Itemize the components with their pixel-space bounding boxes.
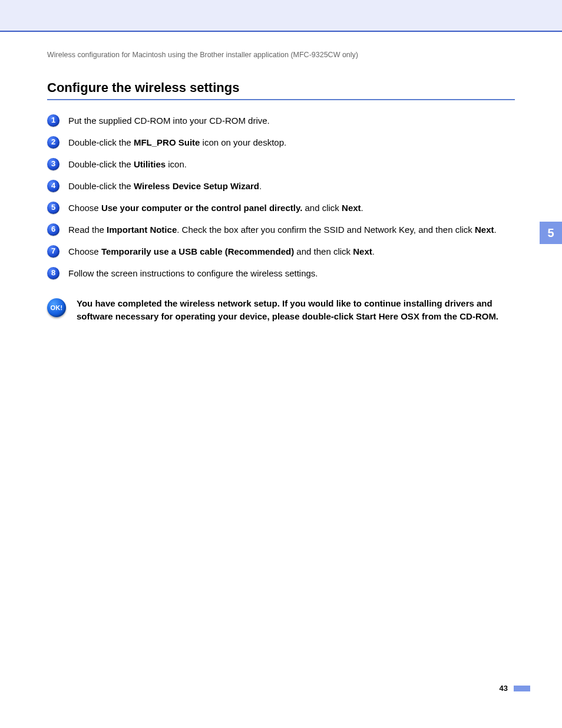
ok-badge-icon: OK! xyxy=(47,298,66,317)
chapter-tab: 5 xyxy=(540,222,562,244)
breadcrumb: Wireless configuration for Macintosh usi… xyxy=(47,51,515,59)
section-title: Configure the wireless settings xyxy=(47,80,515,100)
step-item: 8Follow the screen instructions to confi… xyxy=(47,267,515,279)
step-text: Put the supplied CD-ROM into your CD-ROM… xyxy=(68,116,270,126)
step-number-icon: 1 xyxy=(47,114,59,127)
step-number-icon: 6 xyxy=(47,223,59,236)
ok-badge-label: OK! xyxy=(50,304,62,311)
step-item: 2Double-click the MFL_PRO Suite icon on … xyxy=(47,136,515,149)
step-text: Double-click the Utilities icon. xyxy=(68,159,187,169)
step-text: Double-click the MFL_PRO Suite icon on y… xyxy=(68,137,286,147)
step-number-icon: 3 xyxy=(47,158,59,170)
page-footer: 43 xyxy=(500,684,530,693)
page-number: 43 xyxy=(500,684,508,693)
step-text: Double-click the Wireless Device Setup W… xyxy=(68,181,262,191)
header-bar xyxy=(0,0,562,32)
step-text: Follow the screen instructions to config… xyxy=(68,268,318,278)
steps-list: 1Put the supplied CD-ROM into your CD-RO… xyxy=(47,114,515,279)
step-text: Read the Important Notice. Check the box… xyxy=(68,225,497,235)
step-number-icon: 2 xyxy=(47,136,59,149)
step-item: 1Put the supplied CD-ROM into your CD-RO… xyxy=(47,114,515,127)
step-number-icon: 4 xyxy=(47,180,59,192)
step-item: 5Choose Use your computer or the control… xyxy=(47,202,515,214)
step-item: 4Double-click the Wireless Device Setup … xyxy=(47,180,515,192)
step-item: 7Choose Temporarily use a USB cable (Rec… xyxy=(47,245,515,258)
completion-note: OK! You have completed the wireless netw… xyxy=(47,297,515,323)
step-number-icon: 8 xyxy=(47,267,59,279)
completion-text: You have completed the wireless network … xyxy=(77,297,515,323)
step-number-icon: 5 xyxy=(47,202,59,214)
step-item: 6Read the Important Notice. Check the bo… xyxy=(47,223,515,236)
step-text: Choose Temporarily use a USB cable (Reco… xyxy=(68,246,375,256)
step-number-icon: 7 xyxy=(47,245,59,258)
footer-accent-bar xyxy=(514,686,530,691)
step-text: Choose Use your computer or the control … xyxy=(68,203,363,213)
step-item: 3Double-click the Utilities icon. xyxy=(47,158,515,170)
